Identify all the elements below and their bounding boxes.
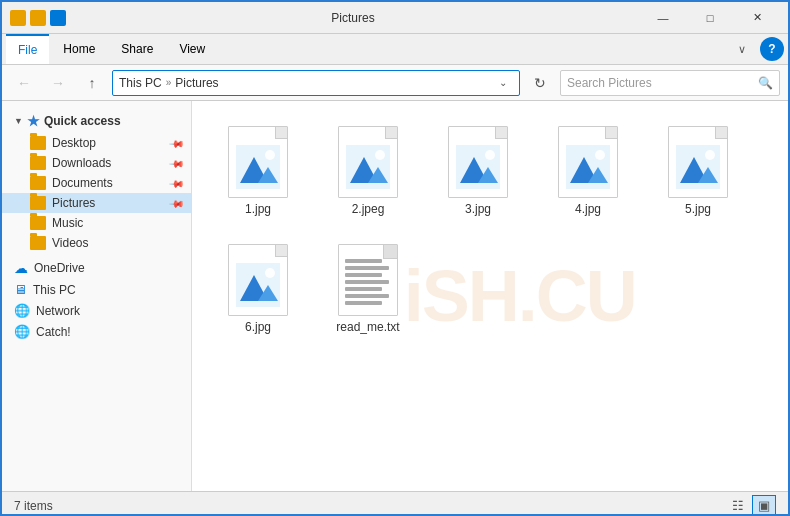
img-file-bg-2 <box>338 126 398 198</box>
quick-access-label: Quick access <box>44 114 121 128</box>
pin-icon-documents: 📌 <box>169 175 185 191</box>
file-name-6jpg: 6.jpg <box>245 320 271 334</box>
sidebar-item-desktop[interactable]: Desktop 📌 <box>2 133 191 153</box>
search-box[interactable]: Search Pictures 🔍 <box>560 70 780 96</box>
mountain-svg-2 <box>346 145 390 189</box>
title-icon-1 <box>10 10 26 26</box>
file-item-1jpg[interactable]: 1.jpg <box>208 117 308 225</box>
quick-access-section: ▼ ★ Quick access Desktop 📌 Downloads 📌 D… <box>2 109 191 253</box>
file-item-6jpg[interactable]: 6.jpg <box>208 235 308 343</box>
back-button[interactable]: ← <box>10 69 38 97</box>
search-icon[interactable]: 🔍 <box>758 76 773 90</box>
address-path[interactable]: This PC » Pictures ⌄ <box>112 70 520 96</box>
file-name-3jpg: 3.jpg <box>465 202 491 216</box>
img-file-bg-3 <box>448 126 508 198</box>
sidebar: ▼ ★ Quick access Desktop 📌 Downloads 📌 D… <box>2 101 192 491</box>
sidebar-item-catch[interactable]: 🌐 Catch! <box>2 321 191 342</box>
ribbon-right: ∨ ? <box>730 37 784 61</box>
file-corner <box>275 127 287 139</box>
content-area: iSH.CU 1.jpg <box>192 101 788 491</box>
file-item-3jpg[interactable]: 3.jpg <box>428 117 528 225</box>
title-icon-3 <box>50 10 66 26</box>
star-icon: ★ <box>27 113 40 129</box>
mountain-svg-4 <box>566 145 610 189</box>
documents-folder-icon <box>30 176 46 190</box>
path-dropdown-button[interactable]: ⌄ <box>493 73 513 93</box>
refresh-button[interactable]: ↻ <box>526 69 554 97</box>
file-item-readmetxt[interactable]: read_me.txt <box>318 235 418 343</box>
address-bar: ← → ↑ This PC » Pictures ⌄ ↻ Search Pict… <box>2 65 788 101</box>
file-item-4jpg[interactable]: 4.jpg <box>538 117 638 225</box>
quick-access-header[interactable]: ▼ ★ Quick access <box>2 109 191 133</box>
ribbon: File Home Share View ∨ ? <box>2 34 788 65</box>
txt-line-5 <box>345 287 382 291</box>
sidebar-item-onedrive[interactable]: ☁ OneDrive <box>2 257 191 279</box>
sidebar-item-videos[interactable]: Videos <box>2 233 191 253</box>
expand-icon: ▼ <box>14 116 23 126</box>
txt-line-2 <box>345 266 389 270</box>
tab-view[interactable]: View <box>167 34 217 64</box>
path-part-thispc[interactable]: This PC <box>119 76 162 90</box>
pin-icon: 📌 <box>169 135 185 151</box>
sidebar-item-pictures[interactable]: Pictures 📌 <box>2 193 191 213</box>
sidebar-onedrive-label: OneDrive <box>34 261 85 275</box>
path-separator: » <box>166 77 172 88</box>
sidebar-documents-label: Documents <box>52 176 113 190</box>
pictures-folder-icon <box>30 196 46 210</box>
window-title: Pictures <box>74 11 632 25</box>
status-right: ☷ ▣ <box>726 495 776 517</box>
maximize-button[interactable]: □ <box>687 2 733 34</box>
svg-point-15 <box>595 150 605 160</box>
sidebar-item-thispc[interactable]: 🖥 This PC <box>2 279 191 300</box>
path-part-pictures[interactable]: Pictures <box>175 76 218 90</box>
mountain-svg <box>236 145 280 189</box>
file-thumb-6jpg <box>222 244 294 316</box>
file-name-1jpg: 1.jpg <box>245 202 271 216</box>
tab-home[interactable]: Home <box>51 34 107 64</box>
sidebar-item-documents[interactable]: Documents 📌 <box>2 173 191 193</box>
title-bar: Pictures — □ ✕ <box>2 2 788 34</box>
ribbon-collapse-button[interactable]: ∨ <box>730 37 754 61</box>
svg-point-23 <box>265 268 275 278</box>
file-thumb-readmetxt <box>332 244 404 316</box>
file-name-readmetxt: read_me.txt <box>336 320 399 334</box>
title-bar-icons <box>10 10 66 26</box>
mountain-svg-3 <box>456 145 500 189</box>
downloads-folder-icon <box>30 156 46 170</box>
pin-icon-pictures: 📌 <box>169 195 185 211</box>
tab-file[interactable]: File <box>6 34 49 64</box>
txt-line-7 <box>345 301 382 305</box>
sidebar-item-network[interactable]: 🌐 Network <box>2 300 191 321</box>
svg-point-19 <box>705 150 715 160</box>
music-folder-icon <box>30 216 46 230</box>
mountain-svg-6 <box>236 263 280 307</box>
file-item-5jpg[interactable]: 5.jpg <box>648 117 748 225</box>
txt-file-bg <box>338 244 398 316</box>
sidebar-network-label: Network <box>36 304 80 318</box>
svg-point-7 <box>375 150 385 160</box>
up-button[interactable]: ↑ <box>78 69 106 97</box>
ribbon-help-button[interactable]: ? <box>760 37 784 61</box>
file-corner-3 <box>495 127 507 139</box>
sidebar-thispc-label: This PC <box>33 283 76 297</box>
mountain-svg-5 <box>676 145 720 189</box>
sidebar-item-downloads[interactable]: Downloads 📌 <box>2 153 191 173</box>
forward-button[interactable]: → <box>44 69 72 97</box>
list-view-button[interactable]: ☷ <box>726 495 750 517</box>
minimize-button[interactable]: — <box>640 2 686 34</box>
sidebar-pictures-label: Pictures <box>52 196 95 210</box>
search-placeholder: Search Pictures <box>567 76 754 90</box>
file-corner-2 <box>385 127 397 139</box>
close-button[interactable]: ✕ <box>734 2 780 34</box>
tab-share[interactable]: Share <box>109 34 165 64</box>
title-icon-2 <box>30 10 46 26</box>
sidebar-item-music[interactable]: Music <box>2 213 191 233</box>
file-corner-4 <box>605 127 617 139</box>
file-item-2jpeg[interactable]: 2.jpeg <box>318 117 418 225</box>
img-file-bg-5 <box>668 126 728 198</box>
files-grid: 1.jpg 2.jpeg <box>208 117 772 343</box>
large-icon-view-button[interactable]: ▣ <box>752 495 776 517</box>
desktop-folder-icon <box>30 136 46 150</box>
svg-point-3 <box>265 150 275 160</box>
img-file-bg <box>228 126 288 198</box>
